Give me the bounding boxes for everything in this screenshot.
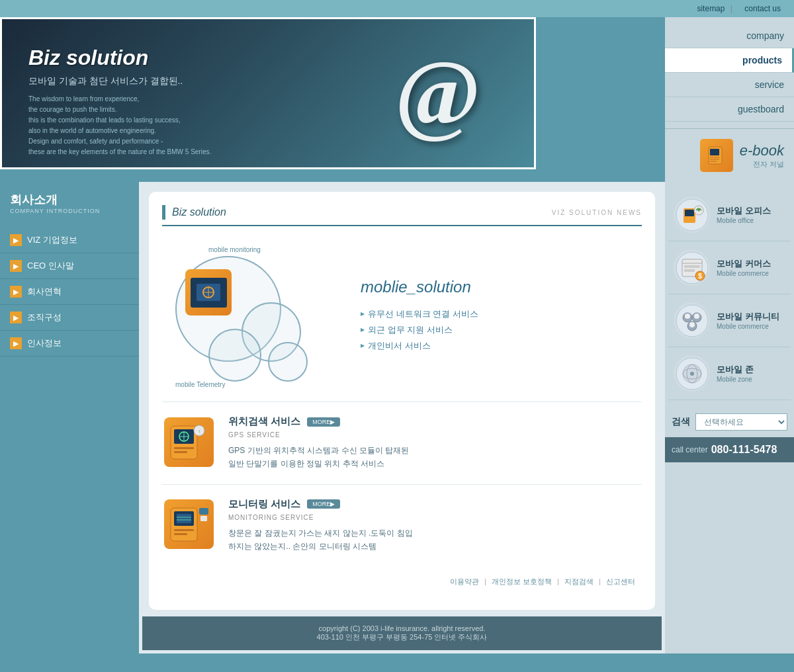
more-btn-gps[interactable]: MORE▶ <box>307 417 340 427</box>
right-service-icon-commerce: $ <box>674 249 710 286</box>
news-label: VIZ SOLUTION NEWS <box>552 209 642 216</box>
footer-link-branch[interactable]: 지점검색 <box>564 577 594 585</box>
contact-link[interactable]: contact us <box>744 4 781 13</box>
right-service-sub-commerce: Mobile commerce <box>717 270 771 277</box>
footer-link-terms[interactable]: 이용약관 <box>450 577 479 585</box>
footer-copyright: copyright (C) 2003 i-life insurance. all… <box>155 624 648 632</box>
service-title-monitoring: 모니터링 서비스 <box>228 498 300 511</box>
right-service-item-commerce[interactable]: $ 모바일 커머스 Mobile commerce <box>668 241 791 294</box>
right-service-item-community[interactable]: 모바일 커뮤니티 Mobile commerce <box>668 294 791 347</box>
service-title-row-gps: 위치검색 서비스 MORE▶ <box>228 415 642 428</box>
svg-rect-26 <box>200 516 207 521</box>
service-sub-gps: GPS SERVICE <box>228 431 642 439</box>
menu-arrow-history: ▶ <box>10 286 22 298</box>
menu-item-history[interactable]: ▶ 회사연혁 <box>0 279 139 305</box>
right-nav: company products service guestboard <box>665 17 794 128</box>
at-symbol: @ <box>395 39 481 146</box>
right-service-name-community: 모바일 커뮤니티 <box>717 311 779 323</box>
svg-rect-14 <box>174 447 194 449</box>
right-service-text-zone: 모바일 존 Mobile zone <box>717 364 754 383</box>
service-item-content-monitoring: 모니터링 서비스 MORE▶ MONITORING SERVICE 창문은 잘 … <box>228 498 642 554</box>
right-service-item-zone[interactable]: 모바일 존 Mobile zone <box>668 347 791 400</box>
right-col: 모바일 오피스 Mobile office $ <box>665 182 794 653</box>
banner-text: Biz solution 모바일 기술과 첨단 서비스가 결합된.. The w… <box>28 46 211 157</box>
separator: | <box>730 4 732 13</box>
svg-rect-29 <box>685 210 694 216</box>
menu-item-viz[interactable]: ▶ VIZ 기업정보 <box>0 228 139 253</box>
menu-arrow-org: ▶ <box>10 312 22 323</box>
menu-item-ceo[interactable]: ▶ CEO 인사말 <box>0 253 139 279</box>
ebook-title: e-book <box>740 142 784 159</box>
ebook-text: e-book 전자 저널 <box>740 142 784 169</box>
menu-label-org: 조직구성 <box>27 312 62 323</box>
more-btn-monitoring[interactable]: MORE▶ <box>307 499 340 509</box>
right-service-sub-community: Mobile commerce <box>717 323 779 330</box>
service-item-icon-gps: ↑ <box>162 415 215 468</box>
svg-text:$: $ <box>698 273 702 280</box>
nav-products[interactable]: products <box>665 48 794 73</box>
menu-label-hr: 인사정보 <box>27 337 62 349</box>
device-screen <box>191 278 227 308</box>
ebook-section[interactable]: e-book 전자 저널 <box>665 128 794 182</box>
service-item-content-gps: 위치검색 서비스 MORE▶ GPS SERVICE GPS 기반의 위치추적 … <box>228 415 642 471</box>
right-service-name-office: 모바일 오피스 <box>717 205 771 217</box>
menu-arrow-viz: ▶ <box>10 234 22 246</box>
footer-link-privacy[interactable]: 개인정보 보호정책 <box>492 577 552 585</box>
svg-point-39 <box>676 305 708 337</box>
nav-service[interactable]: service <box>665 73 794 97</box>
svg-point-44 <box>694 314 699 319</box>
menu-label-history: 회사연혁 <box>27 286 62 298</box>
menu-arrow-hr: ▶ <box>10 337 22 349</box>
svg-point-50 <box>690 372 694 376</box>
call-center-label: call center <box>672 445 708 454</box>
right-service-sub-office: Mobile office <box>717 217 771 224</box>
service-item-monitoring: 모니터링 서비스 MORE▶ MONITORING SERVICE 창문은 잘 … <box>162 484 642 567</box>
diagram-label-top: mobile monitoring <box>208 246 261 253</box>
nav-company[interactable]: company <box>665 24 794 48</box>
search-area: 검색 선택하세요 검색1 검색2 <box>665 407 794 437</box>
right-service-item-office[interactable]: 모바일 오피스 Mobile office <box>668 189 791 241</box>
service-desc-monitoring: 창문은 잘 잠궜는지 가스는 새지 않는지 .도둑이 침입 하지는 않았는지..… <box>228 526 642 554</box>
left-menu: ▶ VIZ 기업정보 ▶ CEO 인사말 ▶ 회사연혁 ▶ 조직구성 ▶ 인사정… <box>0 224 139 360</box>
footer: copyright (C) 2003 i-life insurance. all… <box>142 616 662 650</box>
svg-rect-36 <box>684 269 695 272</box>
call-center: call center 080-111-5478 <box>665 437 794 462</box>
service-item-icon-monitoring <box>162 498 215 551</box>
svg-rect-23 <box>174 529 194 531</box>
center-main: Biz solution VIZ SOLUTION NEWS mobile mo… <box>149 192 655 610</box>
search-label: 검색 <box>672 416 690 428</box>
diagram-label-bottom: mobile Telemetry <box>175 381 225 388</box>
company-intro-sub: COMPANY INTRODUCTION <box>10 208 129 214</box>
svg-point-43 <box>685 314 690 319</box>
center-col: Biz solution VIZ SOLUTION NEWS mobile mo… <box>139 182 665 653</box>
circle-med2 <box>208 329 261 382</box>
svg-rect-15 <box>174 451 187 453</box>
service-list-item-1: 외근 업무 지원 서비스 <box>361 322 642 338</box>
menu-item-hr[interactable]: ▶ 인사정보 <box>0 331 139 357</box>
svg-rect-35 <box>684 265 700 268</box>
right-service-icon-community <box>674 302 710 339</box>
footer-link-report[interactable]: 신고센터 <box>606 577 635 585</box>
header-row: Biz solution 모바일 기술과 첨단 서비스가 결합된.. The w… <box>0 17 794 182</box>
menu-item-org[interactable]: ▶ 조직구성 <box>0 305 139 331</box>
footer-address: 403-110 인천 부평구 부평동 254-75 인터넷 주식회사 <box>155 632 648 642</box>
menu-label-ceo: CEO 인사말 <box>27 260 74 272</box>
sitemap-link[interactable]: sitemap <box>697 4 725 13</box>
service-title-row-monitoring: 모니터링 서비스 MORE▶ <box>228 498 642 511</box>
search-select[interactable]: 선택하세요 검색1 검색2 <box>695 413 787 431</box>
mobile-solution-title: moblie_solution <box>361 278 642 296</box>
menu-label-viz: VIZ 기업정보 <box>27 234 77 246</box>
mobile-solution-info: moblie_solution 유무선 네트워크 연결 서비스 외근 업무 지원… <box>361 278 642 354</box>
right-service-sub-zone: Mobile zone <box>717 376 754 383</box>
right-service-text-commerce: 모바일 커머스 Mobile commerce <box>717 258 771 277</box>
svg-rect-1 <box>710 149 719 155</box>
ebook-icon <box>700 139 733 172</box>
monitoring-device-icon <box>164 499 214 549</box>
nav-guestboard[interactable]: guestboard <box>665 97 794 122</box>
body-row: 회사소개 COMPANY INTRODUCTION ▶ VIZ 기업정보 ▶ C… <box>0 182 794 653</box>
company-intro-header: 회사소개 COMPANY INTRODUCTION <box>0 182 139 224</box>
ebook-subtitle: 전자 저널 <box>740 159 784 169</box>
right-service-icon-zone <box>674 355 710 392</box>
svg-text:↑: ↑ <box>198 429 200 435</box>
svg-rect-24 <box>174 533 187 535</box>
